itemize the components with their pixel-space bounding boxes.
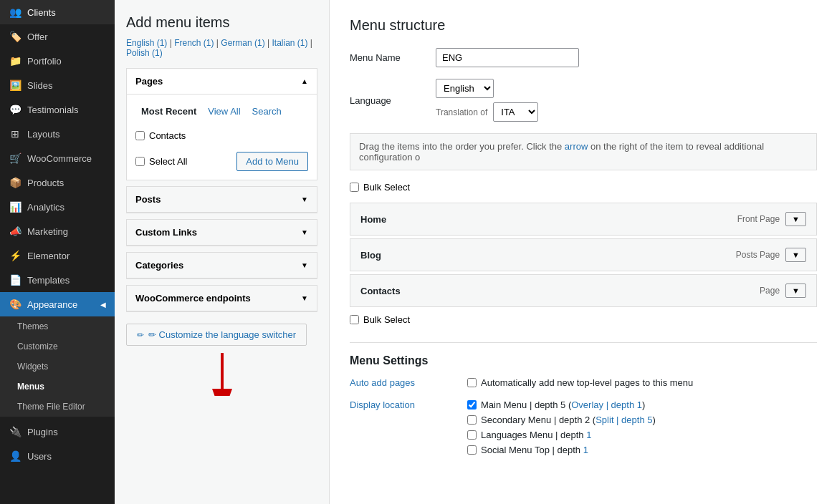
sidebar-item-widgets[interactable]: Widgets <box>9 357 115 377</box>
lang-link-italian[interactable]: Italian (1) <box>272 38 307 48</box>
location-languages-menu-checkbox[interactable] <box>467 430 477 440</box>
bulk-select-bottom-label[interactable]: Bulk Select <box>363 314 410 325</box>
location-social-menu-checkbox[interactable] <box>467 445 477 455</box>
sidebar-item-menus[interactable]: Menus <box>9 377 115 397</box>
sidebar-item-customize[interactable]: Customize <box>9 336 115 357</box>
auto-add-label: Auto add pages <box>350 377 450 388</box>
auto-add-checkbox[interactable] <box>467 378 477 387</box>
sidebar-item-testimonials[interactable]: 💬 Testimonials <box>0 97 115 122</box>
contacts-checkbox[interactable] <box>135 131 145 140</box>
location-social-menu-row: Social Menu Top | depth 1 <box>467 445 817 455</box>
menu-item-blog-expand[interactable]: ▼ <box>785 248 806 262</box>
categories-accordion-header[interactable]: Categories ▼ <box>127 253 317 278</box>
menu-item-blog-label: Blog <box>360 250 381 261</box>
tab-search[interactable]: Search <box>247 103 287 120</box>
custom-links-chevron: ▼ <box>301 228 308 236</box>
location-languages-menu-label[interactable]: Languages Menu | depth 1 <box>481 430 591 440</box>
elementor-icon: ⚡ <box>9 250 21 261</box>
list-item: Contacts <box>135 128 308 143</box>
categories-accordion: Categories ▼ <box>126 252 317 279</box>
sidebar-item-portfolio[interactable]: 📁 Portfolio <box>0 49 115 73</box>
sidebar-item-themes[interactable]: Themes <box>9 316 115 336</box>
custom-links-accordion-header[interactable]: Custom Links ▼ <box>127 220 317 246</box>
woo-endpoints-chevron: ▼ <box>301 294 308 302</box>
menu-item-home-expand[interactable]: ▼ <box>785 212 806 226</box>
layouts-icon: ⊞ <box>9 128 21 140</box>
lang-link-german[interactable]: German (1) <box>221 38 264 48</box>
posts-accordion: Posts ▼ <box>126 186 317 213</box>
select-all-label[interactable]: Select All <box>135 156 187 167</box>
location-secondary-menu-row: Secondary Menu | depth 2 (Split | depth … <box>467 415 817 425</box>
sidebar-item-label: Portfolio <box>27 56 62 67</box>
location-main-menu-label[interactable]: Main Menu | depth 5 (Overlay | depth 1) <box>481 399 645 410</box>
users-icon: 👤 <box>9 450 21 462</box>
sidebar-item-templates[interactable]: 📄 Templates <box>0 268 115 292</box>
sidebar-item-clients[interactable]: 👥 Clients <box>0 0 115 24</box>
sidebar-item-elementor[interactable]: ⚡ Elementor <box>0 243 115 268</box>
menu-item-blog-type: Posts Page <box>736 250 780 260</box>
menus-label: Menus <box>17 382 44 392</box>
sidebar-item-label: Clients <box>27 7 56 18</box>
menu-settings-title: Menu Settings <box>350 342 817 367</box>
sidebar-item-slides[interactable]: 🖼️ Slides <box>0 73 115 97</box>
menu-item-contacts-label: Contacts <box>360 286 401 296</box>
sidebar-item-plugins[interactable]: 🔌 Plugins <box>0 420 115 444</box>
pages-title: Pages <box>135 76 163 87</box>
menu-item-contacts-right: Page ▼ <box>760 284 806 298</box>
left-panel-title: Add menu items <box>126 14 317 31</box>
sidebar-item-analytics[interactable]: 📊 Analytics <box>0 195 115 219</box>
sidebar: 👥 Clients 🏷️ Offer 📁 Portfolio 🖼️ Slides… <box>0 0 115 504</box>
location-main-menu-checkbox[interactable] <box>467 400 477 410</box>
contacts-label[interactable]: Contacts <box>149 130 186 141</box>
portfolio-icon: 📁 <box>9 55 21 67</box>
sidebar-item-label: Appearance <box>27 299 77 310</box>
customize-language-switcher-button[interactable]: ✏ ✏ Customize the language switcher <box>126 324 307 346</box>
tab-view-all[interactable]: View All <box>202 103 246 120</box>
sidebar-item-marketing[interactable]: 📣 Marketing <box>0 219 115 243</box>
sidebar-item-label: Marketing <box>27 226 68 237</box>
lang-link-english[interactable]: English (1) <box>126 38 167 48</box>
woo-endpoints-accordion-header[interactable]: WooCommerce endpoints ▼ <box>127 286 317 311</box>
analytics-icon: 📊 <box>9 201 21 213</box>
add-to-menu-button[interactable]: Add to Menu <box>236 152 308 171</box>
sidebar-item-appearance[interactable]: 🎨 Appearance ◀ <box>0 292 115 316</box>
menu-name-input[interactable] <box>436 48 579 67</box>
sidebar-item-label: Products <box>27 178 64 188</box>
select-all-checkbox[interactable] <box>135 157 145 166</box>
bulk-select-bottom-checkbox[interactable] <box>350 315 359 324</box>
tab-most-recent[interactable]: Most Recent <box>135 103 202 120</box>
posts-accordion-header[interactable]: Posts ▼ <box>127 187 317 213</box>
bulk-select-top-checkbox[interactable] <box>350 183 359 192</box>
lang-link-french[interactable]: French (1) <box>174 38 214 48</box>
menu-item-blog-right: Posts Page ▼ <box>736 248 806 262</box>
drag-notice: Drag the items into the order you prefer… <box>350 133 817 170</box>
sidebar-item-users[interactable]: 👤 Users <box>0 444 115 468</box>
sidebar-item-label: Elementor <box>27 251 70 261</box>
categories-title: Categories <box>135 260 183 271</box>
sidebar-item-layouts[interactable]: ⊞ Layouts <box>0 122 115 146</box>
translation-of-row: Translation of ITA ENG FRA <box>436 102 538 122</box>
sidebar-item-theme-file-editor[interactable]: Theme File Editor <box>9 397 115 417</box>
menu-item-home: Home Front Page ▼ <box>350 203 817 236</box>
language-select[interactable]: English French German Italian Polish <box>436 79 494 98</box>
products-icon: 📦 <box>9 177 21 188</box>
sidebar-item-offer[interactable]: 🏷️ Offer <box>0 24 115 49</box>
marketing-icon: 📣 <box>9 226 21 237</box>
bulk-select-top-label[interactable]: Bulk Select <box>363 182 410 193</box>
sidebar-item-label: Analytics <box>27 202 64 213</box>
lang-link-polish[interactable]: Polish (1) <box>126 48 163 58</box>
woo-endpoints-title: WooCommerce endpoints <box>135 293 251 304</box>
sidebar-item-woocommerce[interactable]: 🛒 WooCommerce <box>0 146 115 170</box>
auto-add-text[interactable]: Automatically add new top-level pages to… <box>481 377 693 388</box>
sidebar-item-products[interactable]: 📦 Products <box>0 170 115 195</box>
menu-items-list: Home Front Page ▼ Blog Posts Page ▼ Cont… <box>350 203 817 307</box>
menu-item-contacts-expand[interactable]: ▼ <box>785 284 806 298</box>
location-social-menu-label[interactable]: Social Menu Top | depth 1 <box>481 445 588 455</box>
translation-of-select[interactable]: ITA ENG FRA <box>493 102 538 122</box>
location-secondary-menu-checkbox[interactable] <box>467 415 477 425</box>
location-secondary-menu-label[interactable]: Secondary Menu | depth 2 (Split | depth … <box>481 415 656 425</box>
pages-accordion-header[interactable]: Pages ▲ <box>127 69 317 94</box>
sidebar-item-label: Offer <box>27 32 48 42</box>
sidebar-item-label: Templates <box>27 275 70 286</box>
bulk-select-bottom-row: Bulk Select <box>350 314 817 325</box>
